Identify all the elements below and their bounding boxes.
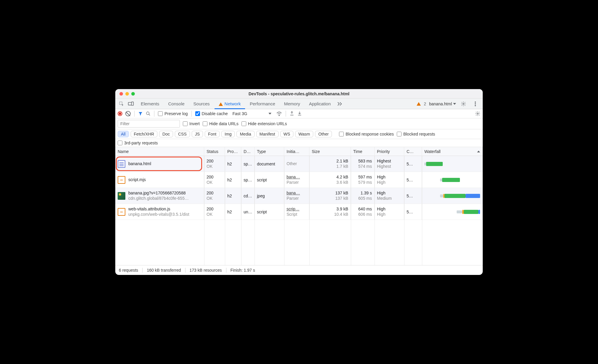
waterfall-cell — [422, 156, 483, 172]
column-header[interactable]: Priority — [375, 147, 404, 156]
script-icon: ‹› — [118, 208, 125, 216]
svg-point-3 — [463, 103, 464, 104]
tab-network[interactable]: Network — [215, 99, 245, 109]
tab-sources[interactable]: Sources — [189, 99, 214, 109]
invert-checkbox[interactable]: Invert — [183, 121, 200, 126]
table-body: banana.html200OKh2sp…documentOther2.1 kB… — [115, 156, 483, 265]
third-party-checkbox[interactable]: 3rd-party requests — [118, 141, 158, 145]
network-settings-icon[interactable] — [475, 111, 480, 116]
warning-count[interactable]: 2 — [424, 102, 426, 106]
third-party-toolbar: 3rd-party requests — [115, 139, 483, 147]
tab-performance[interactable]: Performance — [246, 99, 279, 109]
record-button[interactable] — [118, 111, 122, 116]
file-name: web-vitals.attribution.js — [128, 207, 202, 212]
gear-icon[interactable] — [459, 99, 468, 108]
table-row[interactable]: banana.jpg?v=1705668720588cdn.glitch.glo… — [115, 188, 483, 204]
column-header[interactable]: C… — [404, 147, 422, 156]
network-conditions-icon[interactable] — [276, 111, 282, 116]
download-har-icon[interactable] — [297, 111, 302, 117]
waterfall-cell — [422, 204, 483, 220]
main-tabstrip: ElementsConsoleSourcesNetworkPerformance… — [115, 99, 483, 109]
svg-point-5 — [475, 103, 476, 104]
waterfall-cell — [422, 172, 483, 188]
svg-point-8 — [279, 115, 280, 116]
table-row[interactable]: banana.html200OKh2sp…documentOther2.1 kB… — [115, 156, 483, 172]
inspect-element-icon[interactable] — [117, 99, 126, 108]
warning-icon — [219, 102, 223, 106]
filter-chip-css[interactable]: CSS — [175, 131, 190, 137]
column-header[interactable]: Time — [351, 147, 375, 156]
tab-memory[interactable]: Memory — [280, 99, 304, 109]
tab-application[interactable]: Application — [305, 99, 335, 109]
filter-chip-manifest[interactable]: Manifest — [256, 131, 279, 137]
more-tabs-icon[interactable] — [335, 99, 344, 108]
initiator-link[interactable]: bana… — [287, 175, 307, 180]
devtools-window: DevTools - speculative-rules.glitch.me/b… — [115, 89, 483, 275]
image-icon — [118, 192, 125, 200]
filter-chip-other[interactable]: Other — [315, 131, 332, 137]
svg-point-7 — [146, 112, 149, 115]
filter-toolbar: Invert Hide data URLs Hide extension URL… — [115, 118, 483, 129]
table-header: NameStatusPro…D…TypeInitia…SizeTimePrior… — [115, 147, 483, 156]
kebab-menu-icon[interactable] — [471, 99, 480, 108]
blocked-cookies-checkbox[interactable]: Blocked response cookies — [339, 132, 394, 136]
tab-console[interactable]: Console — [164, 99, 189, 109]
clear-button[interactable] — [125, 111, 131, 116]
filter-chip-fetchxhr[interactable]: Fetch/XHR — [131, 131, 157, 137]
file-name: script.mjs — [128, 177, 202, 183]
column-header[interactable]: Name — [115, 147, 204, 156]
column-header[interactable]: Status — [204, 147, 225, 156]
column-header[interactable]: D… — [241, 147, 255, 156]
disable-cache-checkbox[interactable]: Disable cache — [195, 111, 228, 116]
column-header[interactable]: Size — [309, 147, 351, 156]
chevron-down-icon — [453, 103, 456, 105]
device-toolbar-icon[interactable] — [127, 99, 135, 108]
window-title: DevTools - speculative-rules.glitch.me/b… — [115, 91, 483, 96]
throttling-select[interactable]: Fast 3G — [231, 111, 274, 117]
search-icon[interactable] — [146, 111, 151, 116]
svg-rect-2 — [132, 102, 134, 105]
filter-icon[interactable] — [138, 111, 143, 116]
filter-chip-wasm[interactable]: Wasm — [295, 131, 313, 137]
script-icon: ‹› — [118, 176, 125, 184]
filter-chip-all[interactable]: All — [118, 131, 129, 137]
svg-point-9 — [477, 113, 479, 115]
column-header[interactable]: Initia… — [284, 147, 309, 156]
status-resources: 173 kB resources — [190, 268, 222, 273]
table-row[interactable]: ‹›script.mjs200OKh2sp…scriptbana…Parser4… — [115, 172, 483, 188]
column-header[interactable]: Type — [255, 147, 284, 156]
close-icon[interactable] — [119, 92, 123, 96]
network-toolbar: Preserve log Disable cache Fast 3G — [115, 109, 483, 118]
svg-point-6 — [475, 105, 476, 106]
filter-chip-font[interactable]: Font — [205, 131, 220, 137]
zoom-icon[interactable] — [131, 92, 135, 96]
initiator-link[interactable]: bana… — [287, 191, 307, 196]
chevron-down-icon — [268, 113, 271, 115]
target-selector[interactable]: banana.html — [429, 102, 456, 106]
file-name: banana.html — [128, 161, 202, 167]
filter-chip-js[interactable]: JS — [192, 131, 203, 137]
blocked-requests-checkbox[interactable]: Blocked requests — [397, 132, 435, 136]
table-row[interactable]: ‹›web-vitals.attribution.jsunpkg.com/web… — [115, 204, 483, 220]
hide-extension-urls-checkbox[interactable]: Hide extension URLs — [242, 121, 287, 126]
filter-chip-media[interactable]: Media — [236, 131, 254, 137]
filter-chip-doc[interactable]: Doc — [159, 131, 173, 137]
target-name: banana.html — [429, 102, 452, 106]
initiator-link[interactable]: scrip… — [287, 207, 307, 212]
minimize-icon[interactable] — [125, 92, 129, 96]
type-filter-toolbar: AllFetch/XHRDocCSSJSFontImgMediaManifest… — [115, 129, 483, 139]
tab-elements[interactable]: Elements — [137, 99, 164, 109]
document-icon — [118, 160, 125, 168]
titlebar: DevTools - speculative-rules.glitch.me/b… — [115, 89, 483, 99]
filter-chip-img[interactable]: Img — [221, 131, 235, 137]
filter-input[interactable] — [118, 120, 180, 128]
waterfall-cell — [422, 188, 483, 204]
upload-har-icon[interactable] — [290, 111, 294, 117]
filter-chip-ws[interactable]: WS — [280, 131, 294, 137]
warning-icon[interactable] — [417, 102, 421, 106]
column-header[interactable]: Pro… — [225, 147, 241, 156]
hide-data-urls-checkbox[interactable]: Hide data URLs — [203, 121, 239, 126]
status-requests: 6 requests — [119, 268, 138, 273]
preserve-log-checkbox[interactable]: Preserve log — [158, 111, 188, 116]
column-header[interactable]: Waterfall — [422, 147, 483, 156]
